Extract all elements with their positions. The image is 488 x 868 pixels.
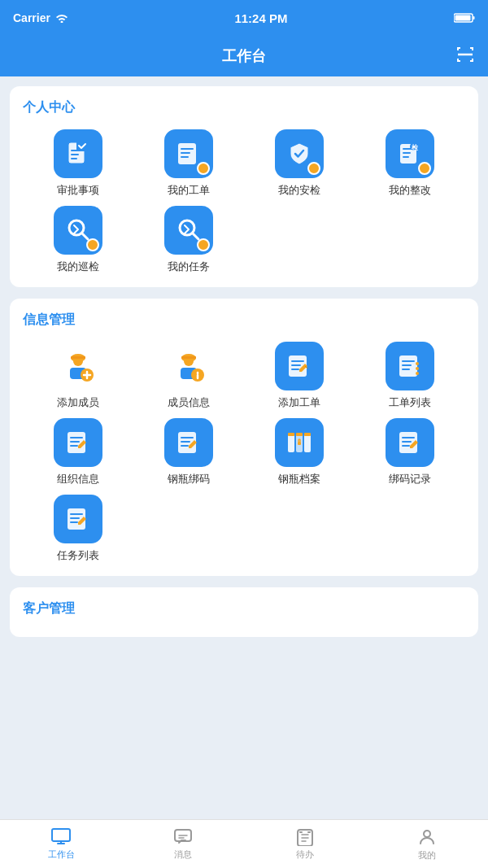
tab-workbench-label: 工作台 xyxy=(48,848,75,861)
my-workorder-icon-box xyxy=(164,129,213,178)
bind-cylinder-icon-box xyxy=(164,418,213,467)
my-task-icon-box xyxy=(164,206,213,255)
bind-cylinder-label: 钢瓶绑码 xyxy=(168,472,210,486)
my-workorder-item[interactable]: 我的工单 xyxy=(133,129,244,198)
add-member-icon xyxy=(57,345,99,387)
scroll-content: 个人中心 审批事项 xyxy=(0,76,488,819)
member-info-label: 成员信息 xyxy=(168,395,210,410)
tab-mine-label: 我的 xyxy=(418,849,436,861)
org-info-item[interactable]: 组织信息 xyxy=(23,418,133,486)
bind-record-icon-box xyxy=(386,418,434,467)
member-info-icon-box xyxy=(164,342,213,390)
svg-rect-23 xyxy=(181,356,196,359)
task-badge xyxy=(197,238,210,251)
org-info-icon-box xyxy=(54,418,102,467)
svg-rect-32 xyxy=(288,434,294,452)
add-workorder-icon xyxy=(285,352,313,380)
svg-point-29 xyxy=(416,372,419,375)
scan-button[interactable] xyxy=(455,45,475,68)
my-task-item[interactable]: 我的任务 xyxy=(133,206,244,274)
workorder-list-item[interactable]: 工单列表 xyxy=(355,342,465,410)
tab-message[interactable]: 消息 xyxy=(122,828,244,861)
my-rectify-item[interactable]: 检 我的整改 xyxy=(355,129,465,198)
safety-badge xyxy=(307,162,320,175)
tab-mine[interactable]: 我的 xyxy=(366,827,488,861)
my-rectify-label: 我的整改 xyxy=(389,183,431,198)
svg-point-44 xyxy=(424,831,430,837)
customer-management-card: 客户管理 xyxy=(10,587,478,637)
check-document-icon xyxy=(63,139,93,168)
cylinder-archive-icon-box xyxy=(275,418,324,467)
personal-icon-grid: 审批事项 我的工单 xyxy=(23,129,465,274)
workorder-badge xyxy=(197,162,210,175)
task-list-icon-box xyxy=(54,495,102,543)
workorder-list-icon xyxy=(396,352,424,380)
approval-icon-box xyxy=(54,129,102,178)
add-workorder-item[interactable]: 添加工单 xyxy=(244,342,355,410)
status-left: Carrier xyxy=(13,11,68,24)
svg-rect-1 xyxy=(455,15,471,21)
bind-record-item[interactable]: 绑码记录 xyxy=(355,418,465,486)
personal-center-title: 个人中心 xyxy=(23,99,465,116)
task-list-item[interactable]: 任务列表 xyxy=(23,495,133,563)
info-management-card: 信息管理 添加成员 xyxy=(10,299,478,576)
my-rectify-icon-box: 检 xyxy=(386,129,434,178)
my-patrol-item[interactable]: 我的巡检 xyxy=(23,206,133,274)
tab-todo[interactable]: 待办 xyxy=(244,828,366,861)
status-bar: Carrier 11:24 PM xyxy=(0,0,488,36)
my-safety-item[interactable]: 我的安检 xyxy=(244,129,355,198)
svg-rect-18 xyxy=(71,356,85,359)
rectify-badge xyxy=(418,162,431,175)
cylinder-archive-item[interactable]: 钢瓶档案 xyxy=(244,418,355,486)
person-icon xyxy=(417,827,437,847)
my-patrol-label: 我的巡检 xyxy=(57,260,99,274)
bind-record-label: 绑码记录 xyxy=(389,472,431,486)
bind-record-icon xyxy=(396,429,424,456)
add-workorder-label: 添加工单 xyxy=(278,395,320,410)
svg-rect-34 xyxy=(304,434,311,452)
svg-rect-37 xyxy=(304,433,311,436)
approval-item[interactable]: 审批事项 xyxy=(23,129,133,198)
my-patrol-icon-box xyxy=(54,206,102,255)
my-safety-icon-box xyxy=(275,129,324,178)
approval-label: 审批事项 xyxy=(57,183,99,198)
svg-point-28 xyxy=(416,367,419,370)
task-list-row: 任务列表 xyxy=(23,495,465,563)
svg-rect-36 xyxy=(296,433,303,436)
svg-line-12 xyxy=(82,233,88,239)
tab-message-label: 消息 xyxy=(174,848,192,861)
add-workorder-icon-box xyxy=(275,342,324,390)
info-icon-grid: 添加成员 成员信息 xyxy=(23,342,465,486)
member-info-item[interactable]: 成员信息 xyxy=(133,342,244,410)
svg-text:检: 检 xyxy=(411,144,419,151)
patrol-badge xyxy=(86,238,99,251)
task-list-label: 任务列表 xyxy=(57,548,99,563)
cylinder-archive-icon xyxy=(285,428,314,457)
tab-bar: 工作台 消息 待办 我的 xyxy=(0,819,488,868)
svg-rect-2 xyxy=(473,16,475,20)
workorder-list-icon-box xyxy=(386,342,434,390)
wifi-icon xyxy=(55,13,68,23)
svg-point-27 xyxy=(416,362,419,365)
carrier-label: Carrier xyxy=(13,11,50,24)
org-info-label: 组织信息 xyxy=(57,472,99,486)
tab-workbench[interactable]: 工作台 xyxy=(0,828,122,861)
tab-todo-label: 待办 xyxy=(296,848,314,861)
monitor-icon xyxy=(50,828,72,846)
add-member-label: 添加成员 xyxy=(57,395,99,410)
customer-management-title: 客户管理 xyxy=(23,600,465,617)
svg-line-14 xyxy=(193,233,198,239)
bind-cylinder-item[interactable]: 钢瓶绑码 xyxy=(133,418,244,486)
workorder-list-label: 工单列表 xyxy=(389,395,431,410)
app-header: 工作台 xyxy=(0,36,488,76)
add-member-item[interactable]: 添加成员 xyxy=(23,342,133,410)
my-workorder-label: 我的工单 xyxy=(168,183,210,198)
cylinder-archive-label: 钢瓶档案 xyxy=(278,472,320,486)
battery-icon xyxy=(454,12,475,24)
add-member-icon-box xyxy=(54,342,102,390)
member-info-icon xyxy=(168,345,210,387)
todo-icon xyxy=(295,828,315,846)
task-list-icon xyxy=(64,505,92,533)
svg-rect-38 xyxy=(298,442,301,445)
status-time: 11:24 PM xyxy=(234,11,287,25)
